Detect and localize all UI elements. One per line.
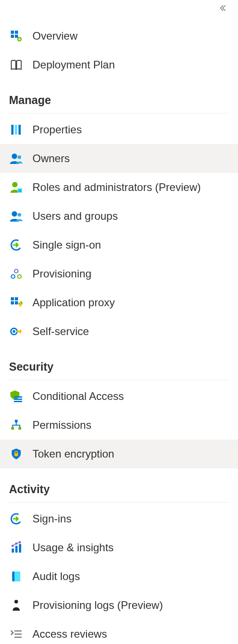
- svg-point-24: [13, 330, 15, 333]
- svg-point-16: [14, 269, 18, 273]
- section-title-activity: Activity: [0, 468, 238, 500]
- svg-rect-42: [14, 571, 20, 581]
- svg-point-18: [18, 275, 21, 278]
- section-title-security: Security: [0, 346, 238, 378]
- svg-point-13: [12, 211, 17, 217]
- nav-item-roles-admins[interactable]: Roles and administrators (Preview): [0, 173, 238, 202]
- users-groups-icon: [9, 209, 23, 223]
- svg-rect-3: [15, 35, 18, 38]
- svg-point-8: [12, 154, 17, 159]
- nav-item-label: Sign-ins: [32, 512, 72, 525]
- nav-item-self-service[interactable]: Self-service: [0, 317, 238, 346]
- nav-item-label: Audit logs: [32, 570, 80, 583]
- nav-item-permissions[interactable]: Permissions: [0, 411, 238, 440]
- divider: [9, 113, 229, 113]
- svg-rect-29: [14, 401, 22, 402]
- nav-item-label: Single sign-on: [32, 239, 101, 251]
- svg-point-44: [14, 600, 18, 603]
- svg-rect-5: [11, 125, 14, 135]
- nav-item-label: Token encryption: [32, 448, 114, 460]
- sso-icon: [9, 238, 23, 252]
- svg-rect-22: [15, 301, 18, 304]
- nav-item-provisioning[interactable]: Provisioning: [0, 259, 238, 288]
- svg-rect-27: [14, 396, 22, 398]
- svg-rect-11: [18, 190, 21, 190]
- sidebar-nav: Overview Deployment Plan Manage Properti…: [0, 0, 238, 644]
- provisioning-logs-icon: [9, 598, 23, 612]
- nav-item-token-encryption[interactable]: Token encryption: [0, 440, 238, 468]
- svg-rect-26: [20, 330, 21, 333]
- svg-rect-7: [18, 125, 21, 135]
- divider: [9, 380, 229, 380]
- svg-rect-36: [15, 546, 18, 553]
- svg-rect-33: [14, 453, 18, 456]
- collapse-sidebar-button[interactable]: [218, 4, 227, 13]
- book-icon: [9, 58, 23, 72]
- nav-item-properties[interactable]: Properties: [0, 115, 238, 144]
- svg-rect-1: [15, 31, 18, 34]
- nav-item-app-proxy[interactable]: Application proxy: [0, 288, 238, 317]
- properties-icon: [9, 122, 23, 137]
- svg-rect-37: [19, 544, 21, 553]
- svg-point-17: [11, 275, 15, 278]
- nav-item-label: Owners: [32, 152, 70, 165]
- nav-item-owners[interactable]: Owners: [0, 144, 238, 173]
- nav-item-label: Deployment Plan: [32, 59, 115, 71]
- nav-item-label: Provisioning logs (Preview): [32, 599, 163, 612]
- nav-item-users-groups[interactable]: Users and groups: [0, 202, 238, 231]
- svg-rect-43: [14, 571, 14, 581]
- svg-rect-2: [11, 35, 14, 38]
- sign-ins-icon: [9, 512, 23, 526]
- nav-item-sso[interactable]: Single sign-on: [0, 231, 238, 259]
- svg-rect-35: [12, 549, 14, 553]
- svg-rect-28: [14, 399, 22, 400]
- overview-icon: [9, 29, 23, 43]
- svg-rect-32: [18, 427, 21, 430]
- permissions-icon: [9, 418, 23, 432]
- svg-rect-6: [15, 125, 17, 135]
- nav-item-conditional-access[interactable]: Conditional Access: [0, 382, 238, 411]
- divider: [9, 502, 229, 503]
- nav-item-label: Provisioning: [32, 268, 92, 280]
- provisioning-icon: [9, 267, 23, 281]
- nav-item-audit-logs[interactable]: Audit logs: [0, 562, 238, 591]
- svg-point-14: [18, 213, 21, 217]
- nav-item-label: Users and groups: [32, 210, 118, 222]
- nav-item-access-reviews[interactable]: Access reviews: [0, 620, 238, 644]
- nav-item-label: Permissions: [32, 419, 92, 431]
- nav-item-label: Properties: [32, 123, 82, 136]
- nav-item-overview[interactable]: Overview: [0, 22, 238, 50]
- svg-rect-21: [11, 301, 14, 304]
- nav-item-label: Application proxy: [32, 296, 115, 309]
- conditional-access-icon: [9, 389, 23, 404]
- roles-icon: [9, 180, 23, 195]
- access-reviews-icon: [9, 627, 23, 641]
- nav-item-provisioning-logs[interactable]: Provisioning logs (Preview): [0, 591, 238, 620]
- nav-item-sign-ins[interactable]: Sign-ins: [0, 504, 238, 533]
- svg-rect-31: [11, 427, 14, 430]
- token-encryption-icon: [9, 447, 23, 461]
- svg-rect-19: [11, 297, 14, 300]
- section-title-manage: Manage: [0, 79, 238, 111]
- svg-rect-0: [11, 31, 14, 34]
- nav-item-label: Usage & insights: [32, 541, 114, 554]
- nav-item-usage-insights[interactable]: Usage & insights: [0, 533, 238, 562]
- nav-item-label: Roles and administrators (Preview): [32, 181, 201, 194]
- owners-icon: [9, 151, 23, 166]
- svg-point-9: [18, 155, 21, 159]
- self-service-icon: [9, 324, 23, 339]
- audit-logs-icon: [9, 569, 23, 584]
- svg-rect-12: [18, 191, 21, 192]
- nav-item-label: Self-service: [32, 325, 89, 338]
- svg-point-10: [12, 182, 18, 187]
- nav-item-deployment-plan[interactable]: Deployment Plan: [0, 50, 238, 79]
- usage-insights-icon: [9, 540, 23, 555]
- svg-rect-30: [15, 420, 18, 422]
- svg-rect-20: [15, 297, 18, 300]
- app-proxy-icon: [9, 295, 23, 310]
- nav-item-label: Conditional Access: [32, 390, 124, 403]
- nav-item-label: Access reviews: [32, 628, 107, 640]
- nav-item-label: Overview: [32, 30, 78, 42]
